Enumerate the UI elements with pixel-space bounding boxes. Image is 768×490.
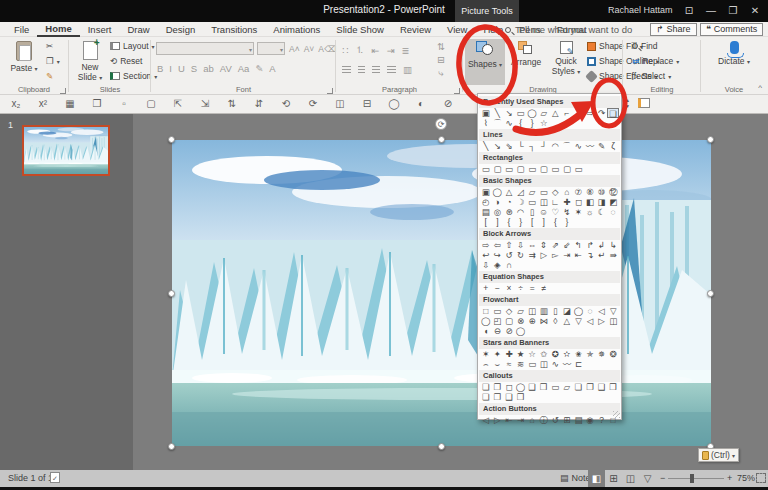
shape-icon[interactable]: ◠ <box>515 207 527 217</box>
shape-icon[interactable]: ◴ <box>480 197 492 207</box>
shape-icon[interactable]: ⇛ <box>607 250 619 260</box>
shape-icon[interactable]: ◨ <box>596 197 608 207</box>
distribute-icon[interactable]: ⊟ <box>359 97 375 111</box>
shape-icon[interactable]: ≠ <box>538 283 550 293</box>
shape-icon[interactable]: ╲ <box>492 108 504 118</box>
shape-icon[interactable]: ▷ <box>596 316 608 326</box>
shape-icon[interactable]: ◩ <box>607 197 619 207</box>
shape-icon[interactable]: ♡ <box>549 207 561 217</box>
tell-me-search[interactable]: Tell me what you want to do <box>505 24 632 35</box>
shape-icon[interactable]: ▱ <box>538 108 550 118</box>
shape-icon[interactable]: ◫ <box>526 306 538 316</box>
find-button[interactable]: Find <box>632 41 658 51</box>
shape-icon[interactable]: ✵ <box>596 349 608 359</box>
shape-icon[interactable]: ✩ <box>538 349 550 359</box>
send-to-back-icon[interactable]: ⇲ <box>197 97 213 111</box>
shape-icon[interactable]: ] <box>538 217 550 227</box>
shape-icon[interactable]: ▭ <box>526 359 538 369</box>
shape-icon[interactable]: ◁ <box>480 415 492 425</box>
shape-icon[interactable]: ┘ <box>538 141 550 151</box>
shape-icon[interactable]: ❒ <box>538 382 550 392</box>
shape-icon[interactable]: ✬ <box>573 349 585 359</box>
smartart-icon[interactable]: ⤷ <box>438 67 443 79</box>
shape-icon[interactable]: ▢ <box>515 164 527 174</box>
shape-icon[interactable]: ◌ <box>584 306 596 316</box>
shape-icon[interactable]: ▭ <box>549 382 561 392</box>
shape-icon[interactable]: ◑ <box>492 197 504 207</box>
shape-icon[interactable]: ⌣ <box>492 359 504 369</box>
shape-icon[interactable]: ❒ <box>607 382 619 392</box>
shape-icon[interactable]: ❐ <box>492 382 504 392</box>
shape-icon[interactable]: ⊖ <box>492 326 504 336</box>
shape-icon[interactable]: ☆ <box>538 118 550 128</box>
columns-icon[interactable]: ▥ <box>403 64 412 75</box>
shape-icon[interactable]: ⇩ <box>515 240 527 250</box>
shape-icon[interactable]: ☼ <box>584 207 596 217</box>
shape-icon[interactable]: ≋ <box>515 359 527 369</box>
layout-button[interactable]: Layout▾ <box>110 41 155 51</box>
shape-icon[interactable]: ◇ <box>503 306 515 316</box>
font-size-combobox[interactable]: ▾ <box>257 42 285 55</box>
shape-icon[interactable]: ⑧ <box>584 187 596 197</box>
ungroup-objects-icon[interactable]: ▫ <box>116 97 132 111</box>
shape-icon[interactable]: ◖ <box>480 326 492 336</box>
paragraph-dialog-launcher[interactable] <box>454 88 460 94</box>
decrease-indent-icon[interactable]: ⇤ <box>372 45 380 56</box>
resize-handle-middle-right[interactable] <box>707 290 714 297</box>
shape-icon[interactable]: ▭ <box>526 164 538 174</box>
shape-icon[interactable]: [ <box>526 217 538 227</box>
shape-icon[interactable]: ▱ <box>561 382 573 392</box>
shape-icon[interactable]: ▭ <box>538 187 550 197</box>
text-direction-icon[interactable]: ⇅ <box>437 41 445 52</box>
format-painter-button[interactable]: ✎ <box>46 71 53 81</box>
shape-icon[interactable]: ◫ <box>607 316 619 326</box>
shape-icon[interactable]: ↯ <box>561 207 573 217</box>
shape-icon[interactable]: ❏ <box>573 382 585 392</box>
shape-icon[interactable]: ◯ <box>573 306 585 316</box>
shape-icon[interactable]: ▢ <box>538 164 550 174</box>
italic-icon[interactable]: I <box>169 63 172 74</box>
shape-icon[interactable]: ◈ <box>492 260 504 270</box>
shape-icon[interactable]: ▢ <box>492 164 504 174</box>
ribbon-display-options-icon[interactable]: ⊡ <box>678 0 700 22</box>
justify-icon[interactable] <box>387 66 396 74</box>
slide-thumbnail-panel[interactable]: 1 <box>0 114 133 470</box>
zoom-slider-thumb[interactable] <box>690 474 694 483</box>
shape-icon[interactable]: ▷ <box>538 250 550 260</box>
tab-design[interactable]: Design <box>158 23 204 36</box>
shape-icon[interactable]: ÷ <box>515 283 527 293</box>
shape-icon[interactable]: ▭ <box>480 164 492 174</box>
shape-icon[interactable]: ⇩ <box>480 260 492 270</box>
shape-icon[interactable]: ☽ <box>515 197 527 207</box>
dictate-button[interactable]: Dictate ▾ <box>714 39 754 85</box>
shape-icon[interactable]: ⇧ <box>503 240 515 250</box>
shape-icon[interactable]: ▽ <box>573 316 585 326</box>
shape-icon[interactable]: ❂ <box>607 349 619 359</box>
tab-review[interactable]: Review <box>392 23 439 36</box>
char-spacing-icon[interactable]: AV <box>220 63 232 74</box>
shape-icon[interactable]: ◉ <box>584 415 596 425</box>
shape-icon[interactable]: } <box>561 217 573 227</box>
shape-icon[interactable]: ╲ <box>480 141 492 151</box>
shape-icon[interactable]: ▭ <box>550 164 562 174</box>
shape-icon[interactable]: ◧ <box>584 197 596 207</box>
shape-icon[interactable]: ▭ <box>492 306 504 316</box>
shape-icon[interactable]: ◌ <box>607 207 619 217</box>
slideshow-view-button[interactable]: ▽ <box>639 470 656 487</box>
shape-icon[interactable]: ▭ <box>526 197 538 207</box>
reading-view-button[interactable]: ◫ <box>622 470 639 487</box>
shape-icon[interactable]: ⋈ <box>538 316 550 326</box>
shape-icon[interactable]: ◰ <box>492 316 504 326</box>
shape-icon[interactable]: ▽ <box>607 306 619 316</box>
shape-icon[interactable]: ↴ <box>584 250 596 260</box>
strikethrough-icon[interactable]: ab <box>203 63 214 74</box>
shape-icon[interactable]: ▯ <box>549 306 561 316</box>
shape-icon[interactable]: ✯ <box>584 349 596 359</box>
tab-insert[interactable]: Insert <box>80 23 120 36</box>
underline-icon[interactable]: U <box>178 63 185 74</box>
shadow-icon[interactable]: S <box>191 63 197 74</box>
zoom-level[interactable]: 75% <box>737 473 755 483</box>
shape-icon[interactable]: ✎ <box>596 141 608 151</box>
paste-options-button[interactable]: (Ctrl) ▾ <box>698 448 739 462</box>
normal-view-button[interactable]: ◧ <box>588 470 605 487</box>
